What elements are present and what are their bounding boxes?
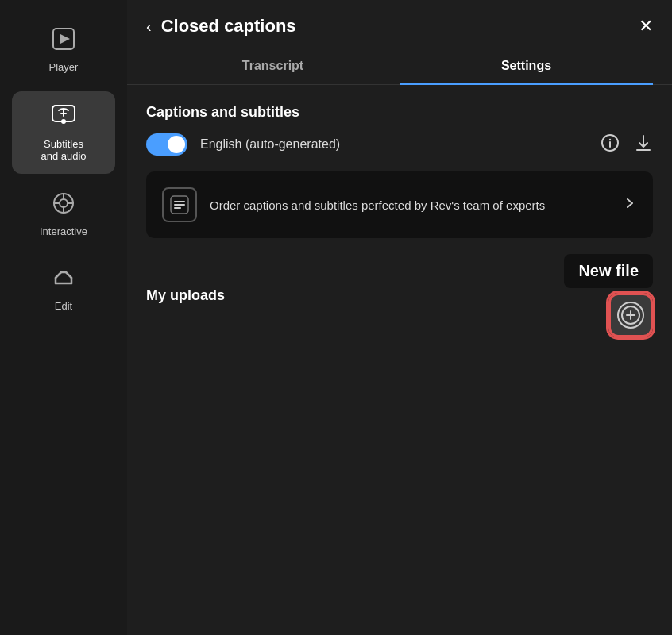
new-file-area: New file xyxy=(564,254,653,337)
toggle-icons xyxy=(601,133,653,156)
svg-point-7 xyxy=(60,199,68,207)
new-file-tooltip: New file xyxy=(564,254,653,288)
tab-transcript[interactable]: Transcript xyxy=(146,49,400,85)
interactive-icon xyxy=(52,191,75,219)
svg-point-3 xyxy=(61,119,66,124)
uploads-section: My uploads New file xyxy=(146,254,653,337)
svg-point-20 xyxy=(609,139,611,140)
panel-title: Closed captions xyxy=(161,16,296,37)
sidebar-item-interactive-label: Interactive xyxy=(40,225,87,238)
uploads-title: My uploads xyxy=(146,287,225,304)
svg-line-12 xyxy=(56,272,61,278)
sidebar-item-edit[interactable]: Edit xyxy=(12,255,115,324)
sidebar-item-player[interactable]: Player xyxy=(12,16,115,85)
sidebar-item-subtitles[interactable]: Subtitlesand audio xyxy=(12,91,115,174)
toggle-label: English (auto-generated) xyxy=(200,137,588,152)
sidebar-item-player-label: Player xyxy=(49,61,79,74)
close-button[interactable]: ✕ xyxy=(639,17,653,35)
subtitles-icon xyxy=(51,102,76,132)
main-panel: ‹ Closed captions ✕ Transcript Settings … xyxy=(127,0,672,635)
svg-marker-1 xyxy=(60,34,70,44)
svg-line-13 xyxy=(66,272,71,278)
new-file-button[interactable] xyxy=(608,293,653,337)
edit-icon xyxy=(52,266,75,294)
sidebar: Player Subtitlesand audio Inter xyxy=(0,0,127,635)
sidebar-item-edit-label: Edit xyxy=(55,300,72,313)
tabs: Transcript Settings xyxy=(127,49,672,85)
captions-toggle[interactable] xyxy=(146,133,187,156)
order-card-icon xyxy=(162,187,197,222)
toggle-row: English (auto-generated) xyxy=(146,133,653,156)
sidebar-item-subtitles-label: Subtitlesand audio xyxy=(41,138,86,163)
toggle-knob xyxy=(168,136,185,153)
captions-section: Captions and subtitles English (auto-gen… xyxy=(146,104,653,156)
panel-content: Captions and subtitles English (auto-gen… xyxy=(127,85,672,635)
panel-header: ‹ Closed captions ✕ xyxy=(127,0,672,49)
order-card[interactable]: Order captions and subtitles perfected b… xyxy=(146,171,653,238)
player-icon xyxy=(52,27,75,55)
sidebar-item-interactive[interactable]: Interactive xyxy=(12,180,115,249)
add-icon xyxy=(617,302,644,329)
info-button[interactable] xyxy=(601,133,620,156)
tab-settings[interactable]: Settings xyxy=(400,49,653,85)
download-button[interactable] xyxy=(634,133,653,156)
back-button[interactable]: ‹ xyxy=(146,18,152,34)
order-card-text: Order captions and subtitles perfected b… xyxy=(210,197,610,214)
order-card-arrow xyxy=(623,196,637,214)
header-left: ‹ Closed captions xyxy=(146,16,296,37)
captions-section-title: Captions and subtitles xyxy=(146,104,653,121)
